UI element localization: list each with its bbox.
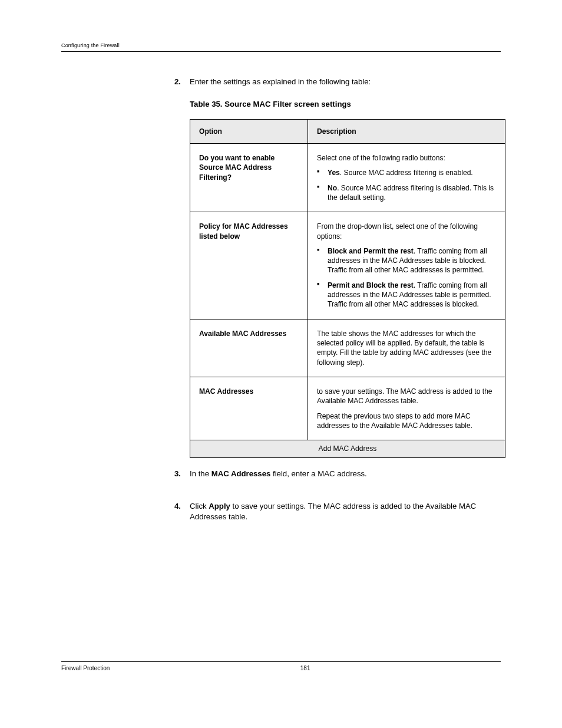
main-steps-list: 2. Enter the settings as explained in th…	[174, 77, 501, 534]
mac-addresses-label: MAC Addresses	[199, 387, 253, 396]
desc-fragment-2: Available MAC Addresses	[317, 397, 399, 405]
step-4-text: Click Apply to save your settings. The M…	[190, 501, 501, 522]
list-item: Block and Permit the rest. Traffic comin…	[317, 246, 496, 275]
desc-lead-line: Select one of the following radio button…	[317, 153, 496, 163]
table-footer-note: Add MAC Address	[190, 440, 505, 457]
list-item: Permit and Block the rest. Traffic comin…	[317, 281, 496, 309]
th-description: Description	[308, 119, 505, 143]
desc-extra: Repeat the previous two steps to add mor…	[317, 411, 496, 431]
step-3-suffix: field, enter a MAC address.	[270, 469, 366, 478]
step-4: 4. Click Apply to save your settings. Th…	[174, 501, 501, 534]
footer-page-number: 181	[300, 665, 310, 671]
cell-option: Available MAC Addresses	[190, 319, 308, 377]
desc-bullets: Block and Permit the rest. Traffic comin…	[317, 246, 496, 309]
step-3-content: In the MAC Addresses field, enter a MAC …	[190, 469, 501, 491]
step-3-text: In the MAC Addresses field, enter a MAC …	[190, 469, 501, 479]
table-caption-title: Source MAC Filter screen settings	[224, 100, 351, 108]
step-4-e: table.	[226, 512, 247, 521]
table-wrap: Table 35. Source MAC Filter screen setti…	[190, 99, 505, 458]
cell-option: Policy for MAC Addresses listed below	[190, 212, 308, 319]
step-4-a: Click	[190, 502, 209, 510]
settings-table-body: Do you want to enable Source MAC Address…	[190, 143, 505, 440]
page-header: Configuring the Firewall	[61, 42, 501, 52]
step-4-b: Apply	[209, 502, 230, 510]
header-left: Configuring the Firewall	[61, 42, 120, 48]
cell-desc: to save your settings. The MAC address i…	[308, 377, 505, 440]
bullet-lead: Block and Permit the rest	[328, 247, 414, 255]
bullet-rest: . Source MAC address filtering is enable…	[340, 169, 473, 177]
step-2: 2. Enter the settings as explained in th…	[174, 77, 501, 458]
settings-table-foot: Add MAC Address	[190, 440, 505, 457]
settings-table: Option Description Do you want to enable…	[190, 119, 505, 458]
page-footer: Firewall Protection 181	[61, 661, 501, 671]
cell-desc: From the drop-down list, select one of t…	[308, 212, 505, 319]
desc-fragment-3: table.	[399, 397, 418, 405]
step-4-number: 4.	[174, 501, 190, 534]
table-row: Do you want to enable Source MAC Address…	[190, 143, 505, 212]
cell-desc: Select one of the following radio button…	[308, 143, 505, 212]
step-4-c: to save your settings. The MAC address i…	[230, 502, 425, 510]
desc-lead-line: From the drop-down list, select one of t…	[317, 222, 496, 241]
th-option: Option	[190, 119, 308, 143]
step-4-content: Click Apply to save your settings. The M…	[190, 501, 501, 534]
settings-table-head: Option Description	[190, 119, 505, 143]
desc-bullets: Yes. Source MAC address filtering is ena…	[317, 168, 496, 202]
desc-fragment-1: to save your settings. The MAC address i…	[317, 387, 492, 396]
step-3-prefix: In the	[190, 469, 211, 478]
step-3-bold: MAC Addresses	[211, 469, 271, 478]
list-item: No. Source MAC address filtering is disa…	[317, 183, 496, 203]
footer-left: Firewall Protection	[61, 665, 110, 671]
list-item: Yes. Source MAC address filtering is ena…	[317, 168, 496, 177]
bullet-lead: Permit and Block the rest	[328, 281, 414, 289]
table-caption-prefix: Table 35.	[190, 100, 224, 108]
step-3: 3. In the MAC Addresses field, enter a M…	[174, 469, 501, 491]
bullet-rest: . Source MAC address filtering is disabl…	[328, 184, 494, 202]
step-3-number: 3.	[174, 469, 190, 491]
page-body: 2. Enter the settings as explained in th…	[174, 77, 501, 534]
bullet-lead: No	[328, 184, 337, 192]
cell-desc: The table shows the MAC addresses for wh…	[308, 319, 505, 377]
bullet-lead: Yes	[328, 169, 340, 177]
step-2-content: Enter the settings as explained in the f…	[190, 77, 505, 458]
step-2-text: Enter the settings as explained in the f…	[190, 77, 505, 87]
cell-option: Do you want to enable Source MAC Address…	[190, 143, 308, 212]
table-row: Available MAC Addresses The table shows …	[190, 319, 505, 377]
step-2-number: 2.	[174, 77, 190, 458]
table-row: Policy for MAC Addresses listed below Fr…	[190, 212, 505, 319]
cell-option: MAC Addresses	[190, 377, 308, 440]
table-row: MAC Addresses to save your settings. The…	[190, 377, 505, 440]
table-caption: Table 35. Source MAC Filter screen setti…	[190, 99, 505, 110]
